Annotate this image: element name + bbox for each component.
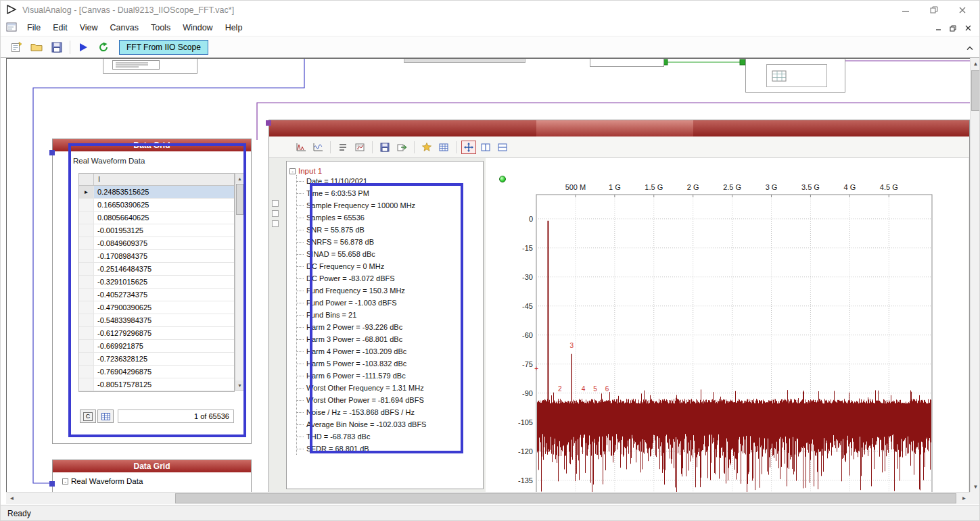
table-row[interactable]: -0.001953125	[79, 224, 234, 237]
data-grid-1-header[interactable]: Data Grid	[53, 139, 251, 151]
row-selector-cell[interactable]	[79, 276, 94, 288]
cell-value[interactable]: -0.61279296875	[94, 327, 234, 339]
partial-block-pattern[interactable]	[103, 58, 197, 74]
canvas-hscrollbar[interactable]: ◄ ►	[6, 492, 970, 504]
cell-value[interactable]: -0.47900390625	[94, 301, 234, 314]
scroll-left-icon[interactable]: ◄	[6, 493, 18, 504]
table-scroll-down-icon[interactable]: ▼	[235, 380, 244, 390]
spectrum-view-button[interactable]	[294, 141, 308, 154]
cell-value[interactable]: 0.16650390625	[94, 199, 234, 211]
table-corner-cell[interactable]	[79, 174, 94, 185]
open-canvas-button[interactable]	[28, 39, 45, 55]
toolbar-collapse-chevron-icon[interactable]	[966, 43, 974, 53]
child-minimize-button[interactable]	[931, 21, 946, 36]
edge-button-icon[interactable]	[272, 220, 279, 227]
menu-item[interactable]: File	[21, 20, 47, 35]
tree-collapse-icon[interactable]: -	[289, 168, 296, 174]
table-row[interactable]: -0.80517578125	[79, 378, 234, 391]
cell-value[interactable]: -0.4052734375	[94, 289, 234, 301]
table-row[interactable]: 0.08056640625	[79, 212, 234, 224]
new-canvas-button[interactable]	[7, 39, 25, 55]
input-connector[interactable]	[49, 150, 55, 155]
split-columns-button[interactable]	[478, 141, 493, 154]
table-row[interactable]: -0.54833984375	[79, 314, 234, 327]
table-row[interactable]: -0.25146484375	[79, 263, 234, 276]
child-restore-button[interactable]	[946, 21, 960, 36]
cell-value[interactable]: -0.3291015625	[94, 276, 234, 288]
table-row[interactable]: -0.4052734375	[79, 289, 234, 301]
row-selector-cell[interactable]	[79, 327, 94, 339]
row-selector-cell[interactable]	[79, 199, 94, 211]
cell-value[interactable]: -0.54833984375	[94, 314, 234, 326]
tree-root-label[interactable]: Input 1	[298, 167, 322, 175]
close-button[interactable]	[948, 1, 977, 20]
chart-settings-button[interactable]	[352, 141, 367, 154]
menu-item[interactable]: Help	[219, 20, 249, 35]
cell-value[interactable]: -0.1708984375	[94, 250, 234, 262]
run-continuous-button[interactable]	[95, 39, 112, 55]
fft-plot[interactable]: 0-15-30-45-60-75-90-105-120-135500 M1 G1…	[503, 181, 949, 492]
menu-item[interactable]: View	[74, 20, 104, 35]
pan-mode-button[interactable]	[461, 141, 476, 154]
table-scroll-up-icon[interactable]: ▲	[235, 174, 244, 183]
cell-value[interactable]: -0.7236328125	[94, 353, 234, 365]
cell-value[interactable]: -0.0849609375	[94, 237, 234, 249]
scroll-right-icon[interactable]: ►	[958, 493, 970, 504]
table-scrollbar[interactable]: ▲ ▼	[235, 173, 245, 391]
export-data-button[interactable]	[394, 141, 409, 154]
restore-button[interactable]	[920, 1, 948, 20]
table-row[interactable]: -0.47900390625	[79, 301, 234, 314]
minimize-button[interactable]	[891, 1, 920, 20]
input-connector[interactable]	[49, 481, 55, 487]
row-selector-cell[interactable]	[79, 289, 94, 301]
edge-button-icon[interactable]	[272, 200, 279, 207]
vscroll-thumb[interactable]	[971, 70, 980, 111]
cell-value[interactable]: 0.24853515625	[94, 186, 234, 198]
cell-value[interactable]: 0.08056640625	[94, 212, 234, 224]
data-grid-2-header[interactable]: Data Grid	[53, 460, 251, 472]
fft-window-header[interactable]	[269, 120, 969, 137]
data-list-button[interactable]	[335, 141, 350, 154]
hscroll-thumb[interactable]	[175, 493, 956, 503]
menu-item[interactable]: Canvas	[104, 20, 145, 35]
fft-graph-area[interactable]: 0-15-30-45-60-75-90-105-120-135500 M1 G1…	[486, 158, 969, 492]
edge-button-icon[interactable]	[272, 210, 279, 217]
scroll-up-icon[interactable]: ▲	[971, 58, 980, 69]
table-row[interactable]: -0.3291015625	[79, 276, 234, 289]
cell-value[interactable]: -0.76904296875	[94, 366, 234, 378]
cell-value[interactable]: -0.669921875	[94, 340, 234, 352]
cell-value[interactable]: -0.001953125	[94, 224, 234, 237]
column-header-i[interactable]: I	[94, 174, 234, 185]
waveform-view-button[interactable]	[310, 141, 325, 154]
table-row[interactable]: -0.1708984375	[79, 250, 234, 263]
row-selector-cell[interactable]	[79, 314, 94, 326]
tree-collapse-icon[interactable]: -	[62, 478, 68, 485]
table-row[interactable]: 0.16650390625	[79, 199, 234, 212]
canvas-area[interactable]: Data Grid Real Waveform Data I 0.2485351…	[6, 58, 970, 492]
copy-button[interactable]: C	[80, 410, 96, 423]
table-row[interactable]: -0.76904296875	[79, 366, 234, 378]
grid-toggle-button[interactable]	[436, 141, 451, 154]
row-selector-cell[interactable]	[79, 301, 94, 314]
canvas-vscrollbar[interactable]: ▲ ▼	[970, 58, 980, 492]
run-button[interactable]	[74, 39, 92, 55]
split-rows-button[interactable]	[495, 141, 510, 154]
row-selector-cell[interactable]	[79, 378, 94, 391]
partial-block-small[interactable]	[590, 58, 664, 67]
row-selector-cell[interactable]	[79, 353, 94, 365]
child-close-button[interactable]	[960, 21, 975, 36]
row-selector-cell[interactable]	[79, 186, 94, 198]
fft-graph-window[interactable]: - Input 1 Date = 11/10/2021Time = 6:03:5…	[269, 120, 970, 492]
row-selector-cell[interactable]	[79, 263, 94, 275]
menu-item[interactable]: Edit	[47, 20, 74, 35]
table-row[interactable]: -0.0849609375	[79, 237, 234, 250]
table-scroll-thumb[interactable]	[236, 184, 243, 215]
data-grid-window-1[interactable]: Data Grid Real Waveform Data I 0.2485351…	[52, 139, 252, 444]
cell-value[interactable]: -0.25146484375	[94, 263, 234, 275]
table-view-button[interactable]	[97, 410, 114, 423]
partial-block-grid[interactable]	[745, 58, 845, 93]
menu-item[interactable]: Tools	[145, 20, 177, 35]
menu-item[interactable]: Window	[177, 20, 218, 35]
canvas-doc-icon[interactable]	[6, 22, 17, 34]
cell-value[interactable]: -0.80517578125	[94, 378, 234, 391]
